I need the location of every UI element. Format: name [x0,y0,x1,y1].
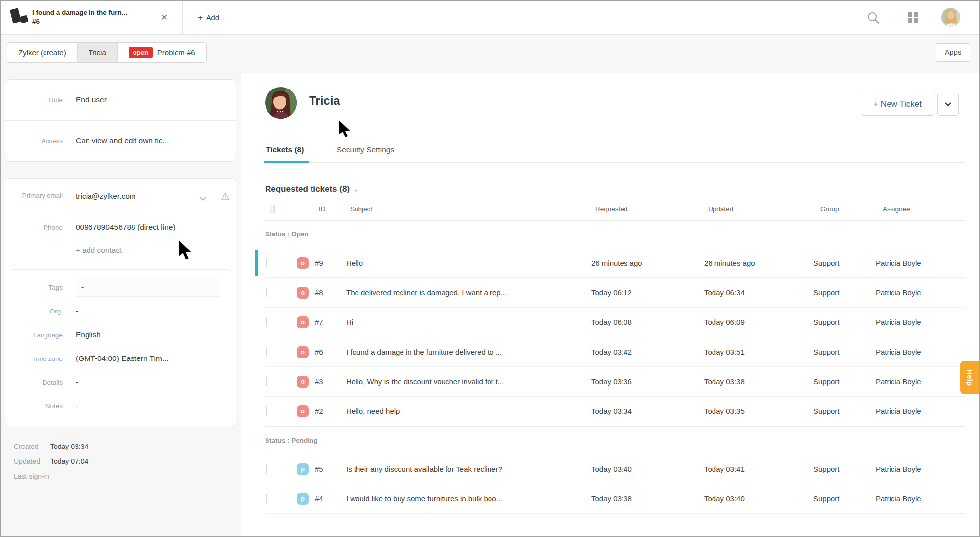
contact-name: Tricia [309,94,340,108]
add-tab-button[interactable]: +Add [198,12,219,24]
apps-button[interactable]: Apps [936,43,970,62]
ticket-subject[interactable]: I would like to buy some furnitures in b… [346,494,591,503]
ticket-row[interactable]: p#4I would like to buy some furnitures i… [265,484,965,514]
field-notes: Notes - [5,394,236,418]
contact-main-panel: Tricia + New Ticket Tickets (8) Security… [241,73,965,536]
breadcrumb: Zylker (create) Tricia open Problem #6 [7,42,207,63]
row-checkbox[interactable] [266,464,267,474]
ticket-requested: 26 minutes ago [591,259,704,267]
tickets-table: ID Subject Requested Updated Group Assig… [265,197,965,514]
col-updated: Updated [704,205,813,213]
ticket-updated: Today 03:38 [704,377,813,386]
ticket-subject[interactable]: Hello [346,259,591,267]
ticket-subject[interactable]: Hello, need help. [346,407,591,415]
ticket-requested: Today 06:12 [591,288,704,297]
ticket-assignee: Patricia Boyle [876,494,965,503]
field-details: Details - [5,370,236,394]
created-value: Today 03:34 [50,439,88,454]
ticket-id[interactable]: #5 [315,465,346,473]
ticket-row[interactable]: o#8The delivered recliner is damaged. I … [265,278,965,308]
breadcrumb-contact[interactable]: Tricia [78,43,118,62]
email-warning-icon [221,192,230,203]
ticket-requested: Today 03:38 [591,494,704,503]
ticket-tab[interactable]: I found a damage in the furn... #6 ✕ [1,1,183,35]
ticket-group: Support [813,407,876,415]
ticket-updated: Today 03:35 [704,407,813,415]
breadcrumb-ticket[interactable]: open Problem #6 [118,43,206,62]
section-title: Requested tickets (8)⌄ [265,184,965,194]
row-checkbox[interactable] [266,258,267,268]
timezone-label: Time zone [5,355,63,362]
ticket-group: Support [813,494,876,503]
tab-tickets[interactable]: Tickets (8) [265,145,305,162]
new-ticket-dropdown-button[interactable] [937,93,959,116]
ticket-id[interactable]: #4 [315,494,346,503]
row-checkbox[interactable] [266,406,267,416]
row-checkbox[interactable] [266,347,267,357]
row-checkbox[interactable] [266,317,267,327]
search-icon[interactable] [866,11,880,25]
updated-label: Updated [14,454,50,469]
email-chevron-down-icon[interactable] [199,194,207,203]
ticket-id[interactable]: #6 [315,348,346,356]
ticket-group: Support [813,288,876,297]
select-all-checkbox[interactable] [270,205,275,213]
tab-security-settings[interactable]: Security Settings [336,145,395,162]
help-tab[interactable]: Help [960,361,979,394]
ticket-updated: Today 06:34 [704,288,813,297]
close-tab-icon[interactable]: ✕ [158,12,170,24]
ticket-id[interactable]: #7 [315,318,346,326]
ticket-row[interactable]: o#6I found a damage in the furniture del… [265,337,965,367]
status-icon-open: o [297,316,309,328]
ticket-subject[interactable]: Hello, Why is the discount voucher inval… [346,377,591,386]
updated-value: Today 07:04 [50,454,88,469]
field-org: Org. - [5,299,236,323]
ticket-updated: Today 03:41 [704,465,813,473]
ticket-group: Support [813,465,876,473]
row-checkbox[interactable] [266,377,267,386]
breadcrumb-org[interactable]: Zylker (create) [7,43,78,62]
ticket-row[interactable]: o#7HiToday 06:08Today 06:09SupportPatric… [265,308,965,337]
ticket-id[interactable]: #3 [315,377,346,386]
record-meta: CreatedToday 03:34 UpdatedToday 07:04 La… [14,439,88,484]
ticket-id[interactable]: #9 [315,259,346,267]
role-label: Role [5,96,63,104]
contact-avatar [265,87,297,119]
ticket-updated: Today 03:51 [704,348,813,356]
col-assignee: Assignee [876,205,965,213]
user-avatar[interactable] [941,8,960,27]
org-value: - [76,307,78,315]
ticket-subject[interactable]: Is their any discount available for Teak… [346,465,591,473]
apps-grid-icon[interactable] [908,12,919,23]
profile-header: Tricia + New Ticket [265,87,965,134]
ticket-row[interactable]: o#2Hello, need help.Today 03:34Today 03:… [265,397,965,426]
new-ticket-button[interactable]: + New Ticket [861,93,934,116]
ticket-subject[interactable]: The delivered recliner is damaged. I wan… [346,288,591,297]
status-icon-pending: p [297,493,309,505]
ticket-id[interactable]: #8 [315,288,346,297]
ticket-row[interactable]: o#3Hello, Why is the discount voucher in… [265,367,965,397]
mouse-cursor [339,120,351,140]
row-checkbox[interactable] [266,494,267,503]
org-label: Org. [5,308,63,315]
status-icon-open: o [297,405,309,417]
notes-label: Notes [5,403,63,410]
profile-tabs: Tickets (8) Security Settings [265,134,965,163]
tags-value[interactable]: - [76,278,220,297]
status-icon-open: o [297,376,309,388]
phone-value: 00967890456788 (direct line) [76,223,176,232]
ticket-group: Support [813,348,876,356]
row-checkbox[interactable] [266,288,267,297]
ticket-subject[interactable]: Hi [346,318,591,326]
status-icon-open: o [297,257,309,269]
ticket-row[interactable]: p#5Is their any discount available for T… [265,454,965,484]
ticket-id[interactable]: #2 [315,407,346,415]
ticket-subject[interactable]: I found a damage in the furniture delive… [346,348,591,356]
ticket-requested: Today 03:42 [591,348,704,356]
add-contact-link[interactable]: + add contact [76,246,122,255]
ticket-row[interactable]: o#9Hello26 minutes ago26 minutes agoSupp… [265,248,965,278]
access-value: Can view and edit own tic... [76,136,169,145]
primary-email-label: Primary email [5,191,63,200]
section-chevron-down-icon[interactable]: ⌄ [354,186,359,193]
divider [12,269,229,270]
